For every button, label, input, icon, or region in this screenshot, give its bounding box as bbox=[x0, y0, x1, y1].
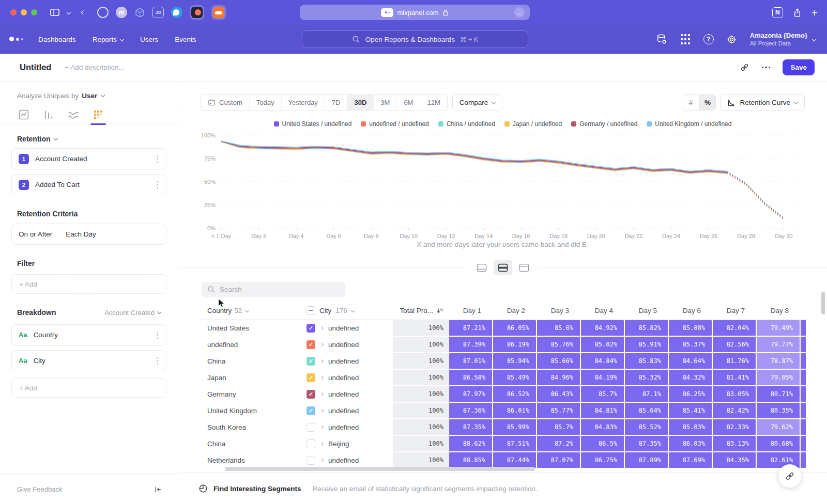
range-30d[interactable]: 30D bbox=[347, 95, 373, 110]
more-options-icon[interactable] bbox=[762, 67, 771, 69]
retention-cell[interactable]: 85.99% bbox=[493, 419, 537, 435]
retention-cell[interactable]: 86.25% bbox=[668, 386, 712, 402]
table-row[interactable]: undefined✓undefined100%87.39%86.19%85.76… bbox=[202, 336, 806, 353]
retention-cell[interactable]: 87.07% bbox=[537, 452, 580, 468]
extension-icon-js[interactable]: JS bbox=[152, 7, 164, 18]
kebab-menu-icon[interactable] bbox=[156, 356, 159, 366]
extension-icon-m[interactable]: m bbox=[116, 7, 127, 18]
collapse-sidebar-icon[interactable] bbox=[154, 485, 162, 494]
retention-cell[interactable]: 85.76% bbox=[537, 336, 580, 353]
legend-item[interactable]: China / undefined bbox=[438, 120, 495, 128]
nav-reports[interactable]: Reports bbox=[93, 36, 124, 43]
range-12m[interactable]: 12M bbox=[420, 95, 447, 110]
row-checkbox[interactable]: ✓ bbox=[307, 324, 315, 333]
legend-item[interactable]: Germany / undefined bbox=[571, 120, 637, 128]
horizontal-scrollbar[interactable] bbox=[225, 467, 535, 471]
breakdown-item-city[interactable]: AaCity bbox=[11, 350, 166, 371]
retention-cell[interactable]: 85.83% bbox=[624, 353, 668, 369]
retention-cell[interactable]: 87.89% bbox=[624, 452, 668, 468]
retention-cell[interactable]: 85.41% bbox=[668, 402, 712, 419]
retention-cell[interactable]: 84.32% bbox=[668, 369, 712, 386]
layout-chart-only-button[interactable] bbox=[472, 260, 491, 275]
extension-icon-bird[interactable] bbox=[171, 7, 182, 18]
add-filter-button[interactable]: + Add bbox=[11, 274, 166, 294]
tab-insights[interactable] bbox=[17, 108, 30, 121]
retention-cell[interactable]: 85.52% bbox=[624, 419, 668, 435]
retention-step-2[interactable]: 2Added To Cart bbox=[11, 174, 166, 195]
expand-row-icon[interactable] bbox=[320, 359, 324, 363]
retention-cell[interactable]: 82.33% bbox=[712, 419, 756, 435]
table-search-input[interactable]: Search bbox=[202, 282, 345, 297]
retention-cell[interactable]: 84.83% bbox=[580, 419, 624, 435]
col-day-header[interactable]: Day 4 bbox=[580, 307, 624, 314]
retention-cell[interactable]: 79.49% bbox=[756, 320, 800, 336]
nav-events[interactable]: Events bbox=[175, 36, 196, 43]
retention-section-header[interactable]: Retention bbox=[17, 135, 161, 143]
retention-step-1[interactable]: 1Account Created bbox=[11, 148, 166, 169]
retention-cell[interactable]: 85.7% bbox=[537, 419, 580, 435]
col-country-header[interactable]: Country 52 bbox=[202, 307, 297, 314]
retention-cell[interactable]: 84.35% bbox=[712, 452, 756, 468]
retention-cell[interactable]: 87.69% bbox=[668, 452, 712, 468]
retention-cell[interactable]: 85.82% bbox=[624, 320, 668, 336]
share-icon[interactable] bbox=[792, 7, 802, 18]
project-switcher[interactable]: Amazonia {Demo} All Project Data bbox=[750, 32, 816, 48]
retention-cell[interactable]: 86.52% bbox=[493, 386, 537, 402]
share-link-button[interactable] bbox=[778, 464, 802, 488]
give-feedback-link[interactable]: Give Feedback bbox=[17, 485, 62, 493]
retention-cell[interactable]: 82.56% bbox=[712, 336, 756, 353]
tab-flows[interactable] bbox=[67, 108, 80, 121]
col-day-header[interactable]: Day 7 bbox=[712, 307, 756, 314]
data-management-icon[interactable] bbox=[656, 34, 667, 45]
row-checkbox[interactable] bbox=[307, 423, 315, 432]
retention-cell[interactable]: 87.36% bbox=[449, 402, 493, 419]
retention-cell[interactable]: 85.08% bbox=[668, 320, 712, 336]
expand-row-icon[interactable] bbox=[320, 408, 324, 412]
compare-button[interactable]: Compare bbox=[452, 94, 503, 111]
retention-cell[interactable]: 86.05% bbox=[493, 320, 537, 336]
retention-cell[interactable]: 80.68% bbox=[756, 435, 800, 452]
retention-cell[interactable]: 85.6% bbox=[537, 320, 580, 336]
row-checkbox[interactable]: ✓ bbox=[307, 357, 315, 366]
table-row[interactable]: United States✓undefined100%87.21%86.05%8… bbox=[202, 320, 806, 336]
table-row[interactable]: China✓undefined100%87.01%85.94%85.66%84.… bbox=[202, 353, 806, 369]
kebab-menu-icon[interactable] bbox=[156, 154, 159, 164]
help-icon[interactable]: ? bbox=[703, 34, 714, 44]
retention-cell[interactable]: 85.37% bbox=[668, 336, 712, 353]
page-settings-icon[interactable]: … bbox=[514, 7, 525, 18]
retention-cell[interactable]: 82.04% bbox=[712, 320, 756, 336]
extension-icon-soundcloud[interactable] bbox=[211, 5, 226, 20]
legend-item[interactable]: Japan / undefined bbox=[504, 120, 562, 128]
retention-cell[interactable]: 86.03% bbox=[668, 435, 712, 452]
layout-split-button[interactable] bbox=[494, 260, 512, 275]
expand-row-icon[interactable] bbox=[320, 458, 324, 462]
extension-icon-producthunt[interactable] bbox=[190, 5, 204, 20]
col-day-header[interactable]: Day 2 bbox=[493, 307, 537, 314]
expand-row-icon[interactable] bbox=[320, 425, 324, 429]
retention-cell[interactable]: 87.44% bbox=[493, 452, 537, 468]
chevron-down-icon[interactable] bbox=[67, 10, 71, 14]
retention-cell[interactable]: 82.42% bbox=[712, 402, 756, 419]
row-checkbox[interactable]: ✓ bbox=[307, 373, 315, 382]
col-day-header[interactable]: Day 8 bbox=[756, 307, 800, 314]
retention-cell[interactable]: 80.35% bbox=[756, 402, 800, 419]
settings-gear-icon[interactable] bbox=[726, 34, 738, 45]
col-city-header[interactable]: City 176 bbox=[297, 306, 393, 315]
retention-cell[interactable]: 85.49% bbox=[493, 369, 537, 386]
retention-cell[interactable]: 84.19% bbox=[580, 369, 624, 386]
retention-cell[interactable]: 87.21% bbox=[449, 320, 493, 336]
retention-cell[interactable]: 87.2% bbox=[537, 435, 580, 452]
expand-row-icon[interactable] bbox=[320, 442, 324, 445]
range-6m[interactable]: 6M bbox=[396, 95, 420, 110]
window-minimize-button[interactable] bbox=[21, 9, 27, 15]
select-all-checkbox[interactable] bbox=[307, 306, 315, 315]
retention-cell[interactable]: 83.05% bbox=[712, 386, 756, 402]
window-zoom-button[interactable] bbox=[31, 9, 37, 15]
nav-dashboards[interactable]: Dashboards bbox=[38, 36, 76, 43]
criteria-interval[interactable]: Each Day bbox=[66, 230, 96, 238]
copy-link-icon[interactable] bbox=[740, 62, 749, 72]
retention-cell[interactable]: 87.1% bbox=[624, 386, 668, 402]
table-row[interactable]: South Koreaundefined100%87.35%85.99%85.7… bbox=[202, 419, 806, 435]
retention-cell[interactable]: 85.94% bbox=[493, 353, 537, 369]
retention-cell[interactable]: 79.77% bbox=[756, 336, 800, 353]
